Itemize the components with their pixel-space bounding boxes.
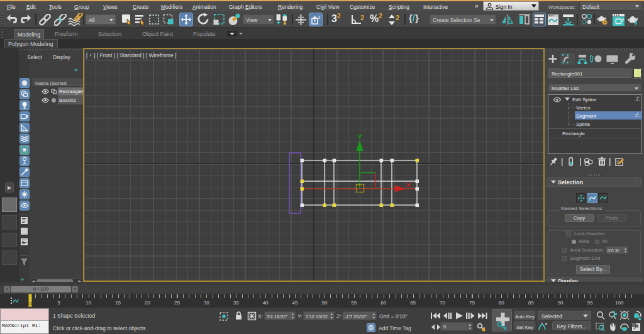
svg-text:2: 2	[396, 14, 399, 21]
svg-text:3: 3	[318, 14, 321, 20]
svg-text:2: 2	[360, 14, 364, 21]
